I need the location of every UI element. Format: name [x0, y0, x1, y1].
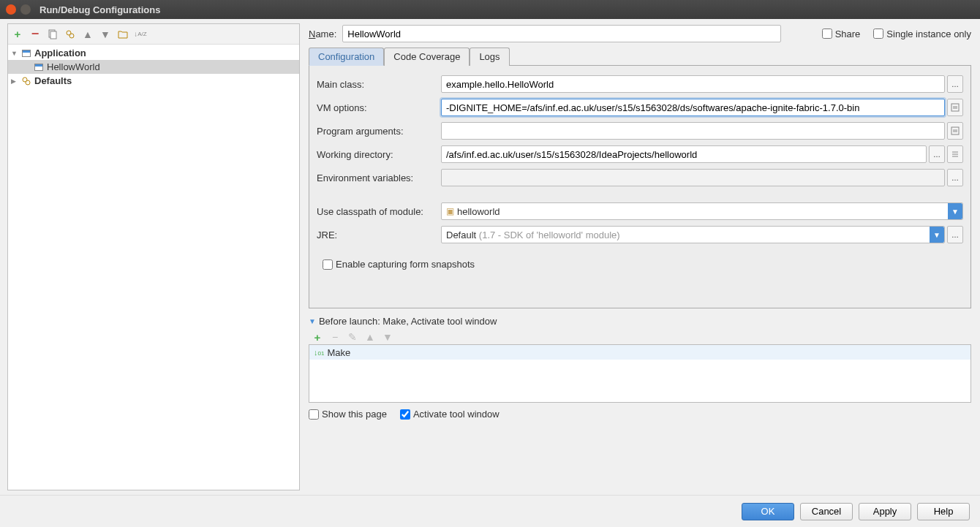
before-launch-header: Before launch: Make, Activate tool windo… [319, 316, 497, 327]
task-down-icon[interactable]: ▼ [382, 331, 393, 343]
defaults-icon [20, 76, 32, 86]
add-task-icon[interactable]: + [312, 331, 323, 343]
browse-main-class-button[interactable]: … [947, 75, 963, 93]
vm-options-label: VM options: [317, 102, 441, 113]
tree-node-hellowworld[interactable]: HellowWorld [8, 60, 299, 74]
config-editor-pane: Name: Share Single instance only Configu… [300, 19, 980, 495]
tree-label: HellowWorld [47, 61, 100, 72]
cancel-button[interactable]: Cancel [800, 503, 853, 520]
apply-button[interactable]: Apply [859, 503, 911, 520]
titlebar: Run/Debug Configurations [0, 0, 980, 19]
expand-program-args-button[interactable] [947, 122, 963, 140]
svg-point-5 [26, 80, 30, 85]
move-up-icon[interactable]: ▲ [82, 29, 94, 40]
move-down-icon[interactable]: ▼ [99, 29, 111, 40]
program-args-input[interactable] [441, 122, 945, 140]
single-instance-label: Single instance only [886, 29, 971, 39]
tab-code-coverage[interactable]: Code Coverage [384, 48, 470, 66]
classpath-value: helloworld [457, 206, 948, 217]
classpath-label: Use classpath of module: [317, 206, 441, 217]
share-label: Share [835, 29, 861, 39]
configuration-panel: Main class: … VM options: Program argume… [309, 66, 971, 308]
tree-expand-icon[interactable]: ▶ [11, 77, 18, 85]
svg-rect-6 [951, 104, 959, 111]
vm-options-input[interactable] [441, 99, 945, 116]
jre-label: JRE: [317, 230, 441, 240]
activate-tool-window-label: Activate tool window [413, 409, 500, 420]
remove-task-icon[interactable]: − [329, 331, 341, 343]
svg-point-3 [69, 34, 74, 38]
module-icon: ▣ [446, 206, 454, 216]
tab-logs[interactable]: Logs [470, 48, 509, 66]
browse-working-dir-button[interactable]: … [929, 145, 945, 163]
task-up-icon[interactable]: ▲ [364, 331, 376, 343]
show-this-page-label: Show this page [322, 409, 387, 420]
application-type-icon [20, 48, 32, 58]
before-launch-item-make[interactable]: ↓01 Make [309, 345, 970, 360]
config-tabs: Configuration Code Coverage Logs [309, 47, 971, 66]
dropdown-arrow-icon: ▼ [930, 227, 944, 243]
configurations-sidebar: + − ▲ ▼ ↓A/Z ▼ Application HellowW [7, 23, 300, 490]
classpath-select[interactable]: ▣ helloworld ▼ [441, 202, 963, 220]
section-collapse-icon[interactable]: ▼ [309, 317, 316, 325]
before-launch-list[interactable]: ↓01 Make [309, 344, 971, 403]
svg-rect-7 [951, 127, 959, 134]
before-launch-toolbar: + − ✎ ▲ ▼ [309, 330, 971, 344]
browse-jre-button[interactable]: … [947, 226, 963, 243]
working-dir-label: Working directory: [317, 149, 441, 160]
window-close-button[interactable] [6, 4, 16, 15]
env-vars-label: Environment variables: [317, 172, 441, 183]
window-title: Run/Debug Configurations [39, 4, 160, 15]
tree-label: Application [34, 48, 86, 58]
copy-config-icon[interactable] [47, 29, 59, 40]
edit-env-vars-button[interactable]: … [947, 169, 963, 186]
config-tree[interactable]: ▼ Application HellowWorld ▶ Defaults [8, 45, 299, 490]
sort-icon[interactable]: ↓A/Z [135, 29, 146, 40]
edit-task-icon[interactable]: ✎ [347, 331, 358, 343]
name-label: Name: [309, 29, 336, 39]
help-button[interactable]: Help [917, 503, 970, 520]
tab-configuration[interactable]: Configuration [309, 48, 384, 66]
tree-expand-icon[interactable]: ▼ [11, 50, 18, 57]
folder-icon[interactable] [117, 29, 129, 40]
save-config-icon[interactable] [64, 29, 76, 40]
jre-select[interactable]: Default (1.7 - SDK of 'helloworld' modul… [441, 226, 945, 243]
svg-rect-1 [50, 31, 56, 39]
single-instance-checkbox[interactable]: Single instance only [873, 29, 971, 39]
main-class-label: Main class: [317, 79, 441, 90]
name-input[interactable] [342, 25, 781, 42]
share-checkbox[interactable]: Share [822, 29, 861, 39]
dialog-footer: OK Cancel Apply Help [0, 495, 980, 527]
main-class-input[interactable] [441, 75, 945, 93]
expand-vm-options-button[interactable] [947, 99, 963, 116]
working-dir-input[interactable] [441, 145, 927, 163]
env-vars-input[interactable] [441, 169, 945, 186]
tree-node-defaults[interactable]: ▶ Defaults [8, 74, 299, 88]
ok-button[interactable]: OK [742, 503, 794, 520]
remove-config-icon[interactable]: − [29, 29, 41, 40]
jre-value: Default (1.7 - SDK of 'helloworld' modul… [446, 230, 930, 240]
sidebar-toolbar: + − ▲ ▼ ↓A/Z [8, 24, 299, 45]
dropdown-arrow-icon: ▼ [948, 203, 962, 219]
add-config-icon[interactable]: + [12, 29, 23, 40]
window-minimize-button[interactable] [20, 4, 31, 15]
enable-snapshots-label: Enable capturing form snapshots [336, 259, 475, 270]
run-config-icon [33, 62, 45, 72]
make-icon: ↓01 [314, 348, 324, 357]
before-launch-item-label: Make [327, 347, 350, 358]
list-working-dir-button[interactable] [947, 145, 963, 163]
before-launch-section: ▼ Before launch: Make, Activate tool win… [309, 316, 971, 420]
program-args-label: Program arguments: [317, 126, 441, 137]
activate-tool-window-checkbox[interactable]: Activate tool window [400, 409, 500, 420]
tree-label: Defaults [34, 75, 72, 86]
tree-node-application[interactable]: ▼ Application [8, 46, 299, 60]
enable-snapshots-checkbox[interactable]: Enable capturing form snapshots [323, 259, 963, 270]
show-this-page-checkbox[interactable]: Show this page [309, 409, 387, 420]
